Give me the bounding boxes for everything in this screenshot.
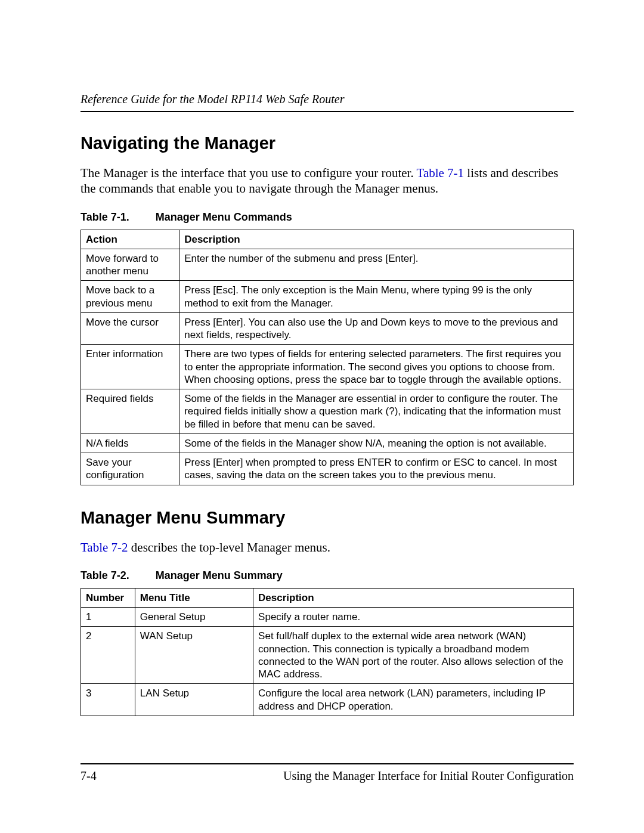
text-fragment: The Manager is the interface that you us… bbox=[80, 166, 417, 180]
cell-action: Move back to a previous menu bbox=[81, 281, 179, 313]
running-head: Reference Guide for the Model RP114 Web … bbox=[80, 92, 574, 112]
cell-action: Move the cursor bbox=[81, 312, 179, 345]
table-header-row: Action Description bbox=[81, 230, 574, 249]
cell-menu-title: LAN Setup bbox=[135, 684, 253, 716]
document-page: Reference Guide for the Model RP114 Web … bbox=[0, 0, 644, 833]
heading-manager-menu-summary: Manager Menu Summary bbox=[80, 508, 574, 528]
cell-number: 1 bbox=[81, 608, 135, 627]
cell-description: Specify a router name. bbox=[253, 608, 574, 627]
cell-action: Required fields bbox=[81, 389, 179, 434]
table-7-1-caption: Table 7-1.Manager Menu Commands bbox=[80, 211, 574, 224]
heading-navigating-the-manager: Navigating the Manager bbox=[80, 134, 574, 153]
cell-description: Some of the fields in the Manager show N… bbox=[179, 433, 574, 453]
table-row: 1 General Setup Specify a router name. bbox=[81, 608, 574, 627]
cell-description: Press [Enter]. You can also use the Up a… bbox=[179, 312, 574, 345]
page-number: 7-4 bbox=[80, 769, 97, 783]
table-row: Move forward to another menu Enter the n… bbox=[81, 249, 574, 281]
table-row: N/A fields Some of the fields in the Man… bbox=[81, 433, 574, 453]
cell-number: 3 bbox=[81, 684, 135, 716]
col-menu-title: Menu Title bbox=[135, 588, 253, 607]
cell-description: Enter the number of the submenu and pres… bbox=[179, 249, 574, 281]
caption-title: Manager Menu Summary bbox=[156, 569, 283, 581]
table-7-1: Action Description Move forward to anoth… bbox=[80, 230, 574, 485]
table-row: 3 LAN Setup Configure the local area net… bbox=[81, 684, 574, 716]
table-header-row: Number Menu Title Description bbox=[81, 588, 574, 607]
cell-description: Some of the fields in the Manager are es… bbox=[179, 389, 574, 434]
caption-label: Table 7-1. bbox=[80, 211, 129, 224]
cell-action: N/A fields bbox=[81, 433, 179, 453]
cell-action: Move forward to another menu bbox=[81, 249, 179, 281]
col-number: Number bbox=[81, 588, 135, 607]
col-description: Description bbox=[179, 230, 574, 249]
table-7-2: Number Menu Title Description 1 General … bbox=[80, 588, 574, 716]
xref-table-7-1[interactable]: Table 7-1 bbox=[417, 166, 465, 180]
cell-description: Set full/half duplex to the external wid… bbox=[253, 627, 574, 684]
page-footer: 7-4 Using the Manager Interface for Init… bbox=[80, 763, 574, 783]
cell-description: Press [Esc]. The only exception is the M… bbox=[179, 281, 574, 313]
cell-menu-title: WAN Setup bbox=[135, 627, 253, 684]
table-row: Required fields Some of the fields in th… bbox=[81, 389, 574, 434]
paragraph-2: Table 7-2 describes the top-level Manage… bbox=[80, 540, 574, 555]
table-row: Enter information There are two types of… bbox=[81, 345, 574, 389]
table-row: Move the cursor Press [Enter]. You can a… bbox=[81, 312, 574, 345]
cell-description: Configure the local area network (LAN) p… bbox=[253, 684, 574, 716]
paragraph-1: The Manager is the interface that you us… bbox=[80, 165, 574, 197]
cell-action: Enter information bbox=[81, 345, 179, 389]
cell-action: Save your configuration bbox=[81, 453, 179, 485]
xref-table-7-2[interactable]: Table 7-2 bbox=[80, 540, 128, 555]
text-fragment: describes the top-level Manager menus. bbox=[128, 540, 330, 555]
table-row: Save your configuration Press [Enter] wh… bbox=[81, 453, 574, 485]
table-row: 2 WAN Setup Set full/half duplex to the … bbox=[81, 627, 574, 684]
cell-description: There are two types of fields for enteri… bbox=[179, 345, 574, 389]
footer-title: Using the Manager Interface for Initial … bbox=[283, 769, 574, 783]
table-row: Move back to a previous menu Press [Esc]… bbox=[81, 281, 574, 313]
col-description: Description bbox=[253, 588, 574, 607]
cell-description: Press [Enter] when prompted to press ENT… bbox=[179, 453, 574, 485]
cell-menu-title: General Setup bbox=[135, 608, 253, 627]
caption-label: Table 7-2. bbox=[80, 569, 129, 582]
cell-number: 2 bbox=[81, 627, 135, 684]
col-action: Action bbox=[81, 230, 179, 249]
table-7-2-caption: Table 7-2.Manager Menu Summary bbox=[80, 569, 574, 582]
caption-title: Manager Menu Commands bbox=[156, 211, 292, 223]
